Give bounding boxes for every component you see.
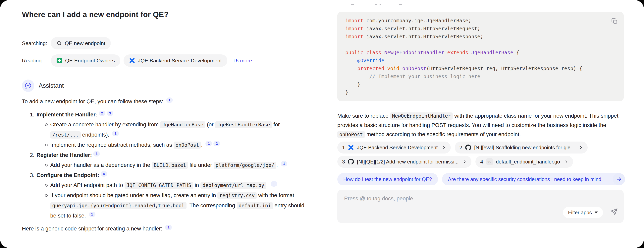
github-icon	[348, 159, 354, 165]
search-chip-label: QE new endpoint	[65, 40, 105, 46]
reading-chip-confluence[interactable]: JQE Backend Service Development	[124, 54, 227, 67]
source-chip[interactable]: 1 JQE Backend Service Development	[337, 142, 451, 154]
reading-row: Reading: QE Endpoint Owners JQE Backend …	[22, 54, 253, 67]
citation-marker[interactable]: 2	[99, 111, 106, 116]
step-substep: If your endpoint should be gated under a…	[50, 190, 308, 221]
citation-marker[interactable]: 1	[281, 161, 287, 166]
searching-row: Searching: QE new endpoint	[22, 37, 111, 50]
step-substep: Add your API endpoint path to JQE_CONFIG…	[50, 180, 308, 190]
copy-icon	[611, 18, 618, 24]
chevron-right-icon	[442, 146, 446, 150]
code-line: // Implement your business logic here	[345, 72, 616, 80]
confluence-icon	[348, 144, 354, 150]
answer-step: 1.Implement the Handler:23 Create a conc…	[22, 110, 308, 150]
code-line: protected void onDoPost(HttpServletReque…	[345, 64, 616, 72]
caret-down-icon	[594, 212, 598, 214]
followup-chip[interactable]: How do I test the new endpoint for QE?	[337, 173, 438, 186]
citation-marker[interactable]: 2	[214, 141, 220, 146]
followup-chips: How do I test the new endpoint for QE? A…	[337, 173, 624, 186]
clipped-text-line	[337, 4, 477, 5]
source-chip-label: default_endpoint_handler.go	[496, 159, 560, 165]
page-title: Where can I add a new endpoint for QE?	[22, 10, 168, 19]
step-number: 3.	[30, 172, 34, 178]
citation-marker[interactable]: 1	[165, 225, 172, 230]
code-line: import javax.servlet.http.HttpServletRes…	[345, 33, 616, 41]
section-divider	[22, 72, 308, 72]
code-line: public class NewQeEndpointHandler extend…	[345, 49, 616, 56]
chevron-right-icon	[564, 160, 568, 164]
answer-steps: 1.Implement the Handler:23 Create a conc…	[22, 110, 308, 221]
answer-step: 3.Configure the Endpoint:4 Add your API …	[22, 170, 308, 221]
source-row: 3 [NI][QE][1/2] Add new endpoint for per…	[337, 156, 624, 168]
composer-input[interactable]	[344, 195, 524, 208]
step-substeps: Add your handler as a dependency in the …	[22, 160, 308, 170]
step-substeps: Create a concrete handler by extending f…	[22, 120, 308, 150]
source-chip[interactable]: 2 [NI][eval] Scaffolding new endpoints f…	[455, 142, 588, 154]
source-chip-number: 4	[480, 159, 483, 165]
confluence-icon	[129, 58, 135, 64]
step-number: 1.	[30, 112, 34, 118]
source-chip-number: 3	[342, 159, 345, 165]
assistant-label: Assistant	[39, 82, 64, 89]
source-row: 1 JQE Backend Service Development 2 [NI]…	[337, 142, 624, 154]
chevron-right-icon	[579, 146, 583, 150]
searching-label: Searching:	[22, 40, 51, 46]
code-line: import com.yourcompany.jqe.JqeHandlerBas…	[345, 17, 616, 25]
step-title: 2.Register the Handler:3	[22, 150, 308, 160]
code-line	[345, 41, 616, 49]
code-explanation: Make sure to replace NewQeEndpointHandle…	[337, 111, 624, 139]
source-chip[interactable]: 3 [NI][QE][1/2] Add new endpoint for per…	[337, 156, 472, 168]
reading-label: Reading:	[22, 58, 51, 64]
source-chip-label: JQE Backend Service Development	[357, 145, 438, 150]
assistant-chat-sparkle-icon	[25, 82, 32, 89]
filter-apps-button[interactable]: Filter apps	[563, 207, 603, 218]
source-chip-label: [NI][eval] Scaffolding new endpoints for…	[474, 145, 575, 150]
code-block: import com.yourcompany.jqe.JqeHandlerBas…	[337, 12, 624, 101]
answer-outro: Here is a generic code snippet for creat…	[22, 224, 308, 234]
search-query-chip[interactable]: QE new endpoint	[51, 37, 111, 50]
answer-intro: To add a new endpoint for QE, you can fo…	[22, 96, 308, 106]
chevron-right-icon	[463, 160, 467, 164]
step-title: 1.Implement the Handler:23	[22, 110, 308, 120]
sheets-icon	[56, 58, 62, 64]
composer: Filter apps	[337, 190, 624, 223]
github-icon	[465, 144, 471, 150]
citation-marker[interactable]: 1	[270, 181, 277, 186]
citation-marker[interactable]: 1	[206, 141, 212, 146]
assistant-avatar	[22, 80, 34, 92]
app-panel: Where can I add a new endpoint for QE? S…	[0, 0, 644, 248]
step-substep: Create a concrete handler by extending f…	[50, 120, 308, 140]
citation-marker[interactable]: 3	[107, 111, 114, 116]
arrow-right-icon	[616, 176, 622, 182]
citation-marker[interactable]: 1	[89, 212, 96, 217]
search-icon	[56, 40, 62, 46]
step-substeps: Add your API endpoint path to JQE_CONFIG…	[22, 180, 308, 221]
go-file-icon: GO	[486, 158, 493, 165]
citation-marker[interactable]: 1	[166, 98, 173, 103]
source-chip[interactable]: 4 GO default_endpoint_handler.go	[476, 156, 573, 168]
source-chip-label: [NI][QE][1/2] Add new endpoint for permi…	[357, 159, 458, 165]
more-sources-link[interactable]: +6 more	[231, 58, 253, 64]
filter-apps-label: Filter apps	[568, 210, 592, 216]
step-number: 2.	[30, 152, 34, 158]
code-line: }	[345, 88, 616, 96]
assistant-header: Assistant	[22, 80, 64, 92]
send-button[interactable]	[610, 207, 618, 216]
citation-marker[interactable]: 4	[100, 171, 107, 177]
followup-chip[interactable]: Are there any specific security consider…	[442, 173, 624, 186]
citation-marker[interactable]: 1	[112, 131, 119, 136]
copy-code-button[interactable]	[610, 17, 619, 26]
scroll-right-button[interactable]	[613, 173, 625, 186]
answer-step: 2.Register the Handler:3 Add your handle…	[22, 150, 308, 170]
code-line: import javax.servlet.http.HttpServletReq…	[345, 25, 616, 33]
reading-chip-sheets[interactable]: QE Endpoint Owners	[51, 54, 120, 67]
left-column: Where can I add a new endpoint for QE? S…	[22, 0, 309, 248]
citation-marker[interactable]: 3	[93, 151, 100, 156]
reading-chip-label: QE Endpoint Owners	[65, 58, 115, 64]
source-chip-number: 1	[342, 145, 345, 150]
step-substep: Add your handler as a dependency in the …	[50, 160, 308, 170]
reading-chip-label: JQE Backend Service Development	[138, 58, 222, 64]
source-citations: 1 JQE Backend Service Development 2 [NI]…	[337, 142, 624, 168]
source-chip-number: 2	[460, 145, 462, 150]
step-substep: Implement the required abstract methods,…	[50, 140, 308, 150]
